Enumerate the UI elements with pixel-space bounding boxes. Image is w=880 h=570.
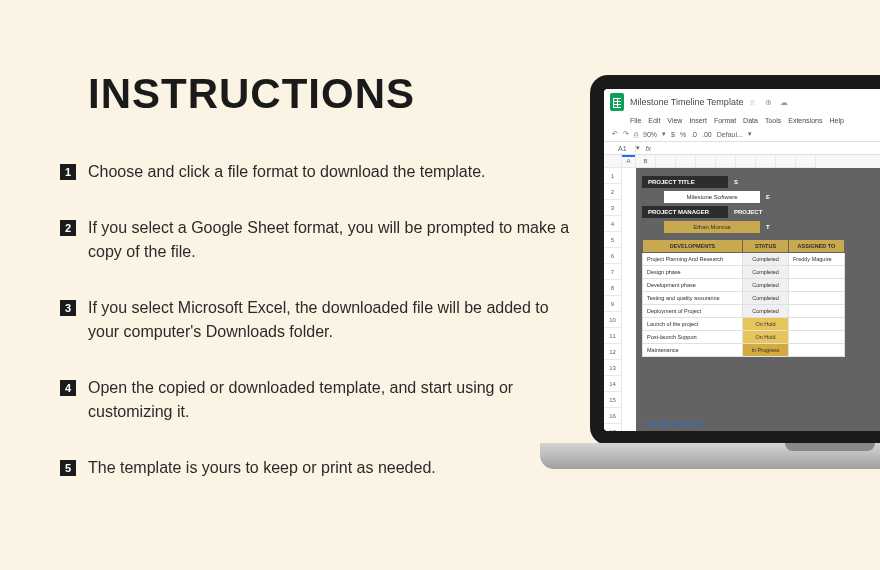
status-cell: On Hold xyxy=(743,331,789,344)
row-header: 16 xyxy=(604,408,622,424)
row-header: 17 xyxy=(604,424,622,431)
percent-icon: % xyxy=(680,131,686,138)
doc-title: Milestone Timeline Template xyxy=(630,97,743,107)
doc-actions-icons: ☆ ⊕ ☁ xyxy=(749,98,790,107)
step-item: 2If you select a Google Sheet format, yo… xyxy=(60,216,580,264)
row-header: 6 xyxy=(604,248,622,264)
status-cell: Completed xyxy=(743,266,789,279)
step-text: Choose and click a file format to downlo… xyxy=(88,160,486,184)
row-header: 9 xyxy=(604,296,622,312)
assigned-cell xyxy=(789,331,845,344)
assigned-cell xyxy=(789,305,845,318)
row-headers: 123456789101112131415161718 xyxy=(604,155,622,431)
project-title-value: Milestone Software xyxy=(664,191,760,203)
dev-cell: Maintenance xyxy=(643,344,743,357)
dev-cell: Development phase xyxy=(643,279,743,292)
col-header xyxy=(736,155,756,168)
col-header xyxy=(796,155,816,168)
laptop-screen: Milestone Timeline Template ☆ ⊕ ☁ FileEd… xyxy=(590,75,880,445)
col-headers: AB xyxy=(622,155,880,168)
sheet-grid: 123456789101112131415161718 AB PROJECT T… xyxy=(604,155,880,431)
dev-cell: Deployment of Project xyxy=(643,305,743,318)
dev-cell: Post-launch Support xyxy=(643,331,743,344)
col-header: A xyxy=(622,155,636,168)
status-cell: Completed xyxy=(743,305,789,318)
menu-item: Format xyxy=(714,117,736,124)
col-header: B xyxy=(636,155,656,168)
step-item: 1Choose and click a file format to downl… xyxy=(60,160,580,184)
row-header: 7 xyxy=(604,264,622,280)
row-header: 3 xyxy=(604,200,622,216)
menu-item: Data xyxy=(743,117,758,124)
assigned-cell xyxy=(789,266,845,279)
table-header: STATUS xyxy=(743,240,789,253)
assigned-cell xyxy=(789,318,845,331)
undo-icon: ↶ xyxy=(612,130,618,138)
menu-item: Insert xyxy=(689,117,707,124)
row-header: 4 xyxy=(604,216,622,232)
menu-bar: FileEditViewInsertFormatDataToolsExtensi… xyxy=(604,115,880,127)
menu-item: Help xyxy=(829,117,843,124)
menu-item: View xyxy=(667,117,682,124)
step-number: 3 xyxy=(60,300,76,316)
status-cell: On Hold xyxy=(743,318,789,331)
instructions-panel: INSTRUCTIONS 1Choose and click a file fo… xyxy=(60,70,580,512)
assigned-cell xyxy=(789,279,845,292)
toolbar: ↶ ↷ ⎙ 90% ▾ $ % .0 .00 Defaul... ▾ xyxy=(604,127,880,142)
col-header xyxy=(756,155,776,168)
dev-cell: Project Planning And Research xyxy=(643,253,743,266)
step-number: 4 xyxy=(60,380,76,396)
col-header xyxy=(656,155,676,168)
step-text: If you select Microsoft Excel, the downl… xyxy=(88,296,580,344)
table-header: ASSIGNED TO xyxy=(789,240,845,253)
menu-item: File xyxy=(630,117,641,124)
formula-bar: A1 ▾ fx xyxy=(604,142,880,155)
menu-item: Edit xyxy=(648,117,660,124)
project-manager-label: PROJECT MANAGER xyxy=(642,206,728,218)
table-row: Project Planning And ResearchCompletedFr… xyxy=(643,253,845,266)
row-header: 15 xyxy=(604,392,622,408)
steps-list: 1Choose and click a file format to downl… xyxy=(60,160,580,480)
status-cell: Completed xyxy=(743,253,789,266)
print-icon: ⎙ xyxy=(634,131,638,138)
status-cell: Completed xyxy=(743,279,789,292)
row-header: 2 xyxy=(604,184,622,200)
project-manager-value: Ethan Monroe xyxy=(664,221,760,233)
step-item: 5The template is yours to keep or print … xyxy=(60,456,580,480)
step-text: The template is yours to keep or print a… xyxy=(88,456,436,480)
assigned-cell: Freddy Maguire xyxy=(789,253,845,266)
laptop-base xyxy=(540,443,880,469)
table-row: Testing and quality assuranceCompleted xyxy=(643,292,845,305)
cell-reference: A1 xyxy=(610,145,636,152)
step-number: 5 xyxy=(60,460,76,476)
col-header xyxy=(676,155,696,168)
assigned-cell xyxy=(789,292,845,305)
step-number: 1 xyxy=(60,164,76,180)
currency-icon: $ xyxy=(671,131,675,138)
col-header xyxy=(716,155,736,168)
fx-label: fx xyxy=(640,145,657,152)
row-header: 12 xyxy=(604,344,622,360)
page-title: INSTRUCTIONS xyxy=(88,70,580,118)
row-header: 10 xyxy=(604,312,622,328)
table-row: Design phaseCompleted xyxy=(643,266,845,279)
row-header: 13 xyxy=(604,360,622,376)
step-item: 3If you select Microsoft Excel, the down… xyxy=(60,296,580,344)
table-header: DEVELOPMENTS xyxy=(643,240,743,253)
table-row: Development phaseCompleted xyxy=(643,279,845,292)
assigned-cell xyxy=(789,344,845,357)
row-header: 14 xyxy=(604,376,622,392)
col-header xyxy=(696,155,716,168)
row-header: 1 xyxy=(604,168,622,184)
status-cell: In Progress xyxy=(743,344,789,357)
table-row: Deployment of ProjectCompleted xyxy=(643,305,845,318)
app-header: Milestone Timeline Template ☆ ⊕ ☁ xyxy=(604,89,880,115)
spreadsheet-app: Milestone Timeline Template ☆ ⊕ ☁ FileEd… xyxy=(604,89,880,431)
project-title-label: PROJECT TITLE xyxy=(642,176,728,188)
menu-item: Tools xyxy=(765,117,781,124)
row-header: 11 xyxy=(604,328,622,344)
step-text: Open the copied or downloaded template, … xyxy=(88,376,580,424)
status-cell: Completed xyxy=(743,292,789,305)
redo-icon: ↷ xyxy=(623,130,629,138)
step-item: 4Open the copied or downloaded template,… xyxy=(60,376,580,424)
